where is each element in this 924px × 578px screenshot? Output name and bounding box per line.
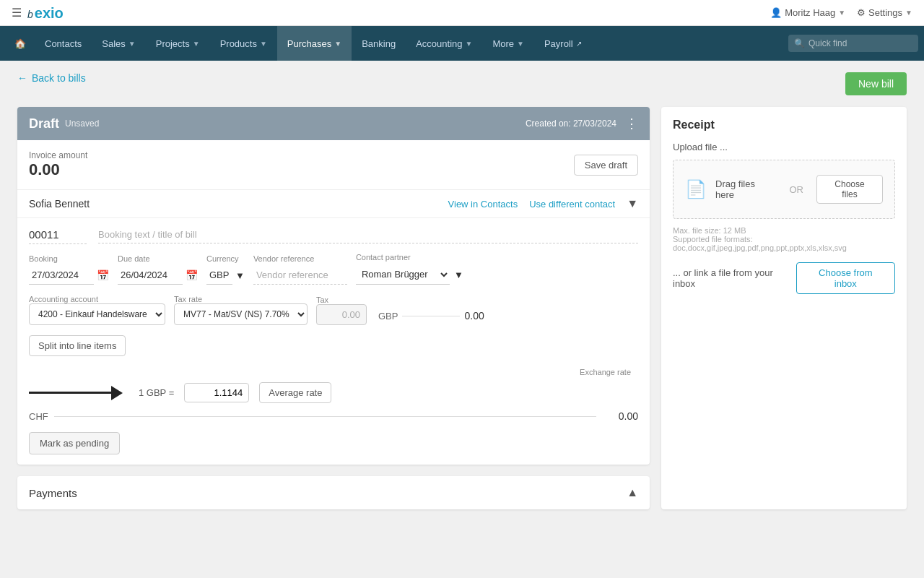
more-chevron: ▼ [517,40,524,48]
vendor-ref-field: Vendor reference [253,254,347,285]
upload-label: Upload file ... [673,142,895,152]
main-left: Draft Unsaved Created on: 27/03/2024 ⋮ I… [17,107,650,509]
view-in-contacts-link[interactable]: View in Contacts [448,199,518,210]
booking-text-placeholder[interactable]: Booking text / title of bill [98,229,638,243]
draft-unsaved: Unsaved [65,118,99,129]
top-bar-left: ☰ bexio [12,4,64,22]
or-text: OR [790,184,804,195]
payments-chevron-icon[interactable]: ▲ [627,486,638,499]
chf-separator [54,416,596,417]
username: Moritz Haag [785,7,835,18]
arrow-shaft [29,392,111,394]
nav-accounting[interactable]: Accounting ▼ [406,26,482,61]
settings-label: Settings [868,7,902,18]
big-arrow [29,386,123,400]
save-draft-button[interactable]: Save draft [574,155,638,176]
nav-sales[interactable]: Sales ▼ [92,26,145,61]
tax-total-value: 0.00 [464,310,484,322]
drag-files-text: Drag files here [715,178,777,200]
user-icon: 👤 [770,7,782,18]
search-icon: 🔍 [794,38,805,48]
dropzone[interactable]: 📄 Drag files here OR Choose files [673,160,895,219]
payments-title: Payments [29,487,77,499]
accounting-chevron: ▼ [465,40,472,48]
tax-field: Tax [316,296,367,325]
nav-banking[interactable]: Banking [352,26,406,61]
bill-number: 00011 [29,228,87,244]
upload-icon: 📄 [685,179,707,199]
nav-projects[interactable]: Projects ▼ [146,26,210,61]
search-input[interactable] [788,35,918,52]
draft-title: Draft Unsaved [29,116,99,131]
projects-chevron: ▼ [193,40,200,48]
top-bar: ☰ bexio 👤 Moritz Haag ▼ ⚙ Settings ▼ [0,0,924,26]
choose-from-inbox-button[interactable]: Choose from inbox [796,262,895,294]
hamburger-icon[interactable]: ☰ [12,6,22,20]
back-arrow-icon: ← [17,72,27,84]
currency-select[interactable]: GBP CHF EUR USD [206,266,232,285]
top-bar-right: 👤 Moritz Haag ▼ ⚙ Settings ▼ [770,7,912,18]
draft-header: Draft Unsaved Created on: 27/03/2024 ⋮ [17,107,650,140]
nav-home[interactable]: 🏠 [6,26,35,61]
due-date-calendar-icon[interactable]: 📅 [186,269,198,281]
draft-header-right: Created on: 27/03/2024 ⋮ [526,116,638,131]
inbox-row: ... or link a file from your inbox Choos… [673,262,895,294]
fields-row: Booking 📅 Due date 📅 [29,253,638,285]
contact-partner-wrap: Roman Brügger ▼ [356,264,463,285]
invoice-amount-section: Invoice amount 0.00 Save draft [17,140,650,190]
booking-date-input[interactable] [29,266,94,285]
more-options-button[interactable]: ⋮ [625,116,638,131]
products-chevron: ▼ [260,40,267,48]
draft-label: Draft [29,116,59,131]
average-rate-button[interactable]: Average rate [259,382,331,403]
receipt-panel: Receipt Upload file ... 📄 Drag files her… [661,107,907,509]
split-line-items-button[interactable]: Split into line items [29,335,126,356]
nav-search-wrap: 🔍 [788,35,918,52]
vendor-ref-input[interactable] [253,266,347,285]
settings-icon: ⚙ [857,7,866,18]
exchange-section: Exchange rate 1 GBP = [29,368,638,422]
contact-expand-button[interactable]: ▼ [627,197,638,210]
booking-date-wrap: 📅 [29,266,109,285]
purchases-chevron: ▼ [334,40,341,48]
mark-as-pending-button[interactable]: Mark as pending [29,432,120,454]
payments-section: Payments ▲ [17,476,650,509]
max-file-size: Max. file size: 12 MB [673,226,895,235]
choose-files-button[interactable]: Choose files [816,175,883,204]
due-date-label: Due date [118,254,198,263]
nav-contacts[interactable]: Contacts [35,26,92,61]
contact-partner-select[interactable]: Roman Brügger [356,264,450,285]
booking-calendar-icon[interactable]: 📅 [97,269,109,281]
due-date-wrap: 📅 [118,266,198,285]
exchange-rate-row: Exchange rate [29,368,638,376]
supported-formats: Supported file formats: doc,docx,gif,jpe… [673,235,895,252]
due-date-input[interactable] [118,266,183,285]
file-info: Max. file size: 12 MB Supported file for… [673,226,895,252]
tax-currency-label: GBP [378,311,398,322]
back-to-bills-link[interactable]: ← Back to bills [17,72,86,84]
tax-rate-field: Tax rate MV77 - Mat/SV (NS) 7.70% [174,295,308,325]
booking-label: Booking [29,254,109,263]
tax-amount-input[interactable] [316,304,367,325]
main-nav: 🏠 Contacts Sales ▼ Projects ▼ Products ▼… [0,26,924,61]
exchange-rate-input[interactable] [184,383,249,402]
page-content: ← Back to bills New bill Draft Unsaved C… [0,61,924,521]
contact-actions: View in Contacts Use different contact ▼ [448,197,638,210]
exchange-rate-main-row: 1 GBP = Average rate [29,382,638,403]
settings-chevron: ▼ [905,9,912,17]
settings-menu[interactable]: ⚙ Settings ▼ [857,7,912,18]
accounting-select[interactable]: 4200 - Einkauf Handelsware [29,303,165,325]
new-bill-button[interactable]: New bill [845,72,907,95]
nav-more[interactable]: More ▼ [482,26,534,61]
nav-payroll[interactable]: Payroll ↗ [534,26,592,61]
user-menu[interactable]: 👤 Moritz Haag ▼ [770,7,845,18]
tax-rate-select[interactable]: MV77 - Mat/SV (NS) 7.70% [174,303,308,325]
exchange-rate-label-header: Exchange rate [580,368,638,376]
due-date-field: Due date 📅 [118,254,198,285]
use-different-contact-link[interactable]: Use different contact [529,199,615,210]
logo: bexio [27,4,64,22]
nav-products[interactable]: Products ▼ [210,26,277,61]
bill-number-row: 00011 Booking text / title of bill [29,228,638,244]
tax-currency-value: GBP 0.00 [375,310,484,322]
nav-purchases[interactable]: Purchases ▼ [277,26,352,61]
